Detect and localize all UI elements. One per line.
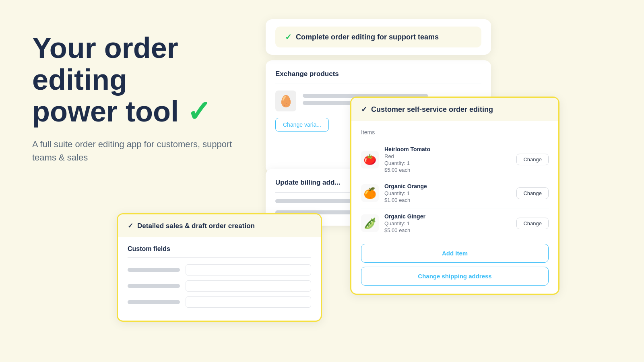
hero-section: Your order editing power tool ✓ A full s… — [32, 32, 258, 164]
orange-quantity: Quantity: 1 — [384, 190, 511, 196]
field-input-3[interactable] — [186, 296, 311, 308]
orange-name: Organic Orange — [384, 183, 511, 189]
field-label-2 — [128, 284, 180, 288]
change-shipping-button[interactable]: Change shipping address — [361, 267, 549, 286]
tomato-quantity: Quantity: 1 — [384, 160, 511, 166]
tomato-name: Heirloom Tomato — [384, 146, 511, 152]
self-service-header: ✓ Customer self-service order editing — [351, 98, 558, 121]
field-input-2[interactable] — [186, 280, 311, 292]
tomato-price: $5.00 each — [384, 167, 511, 173]
product-row-orange: 🍊 Organic Orange Quantity: 1 $1.00 each … — [361, 178, 549, 208]
fields-rows — [128, 264, 311, 308]
exchange-divider — [275, 84, 481, 84]
card-self-service: ✓ Customer self-service order editing It… — [350, 97, 559, 295]
product-row-ginger: 🫛 Organic Ginger Quantity: 1 $5.00 each … — [361, 208, 549, 238]
check-icon: ✓ — [285, 32, 292, 42]
field-label-3 — [128, 300, 180, 304]
orange-info: Organic Orange Quantity: 1 $1.00 each — [384, 183, 511, 203]
hero-subtitle: A full suite order editing app for custo… — [32, 138, 258, 164]
field-row-2 — [128, 280, 311, 292]
hero-title: Your order editing power tool ✓ — [32, 32, 258, 128]
ginger-quantity: Quantity: 1 — [384, 220, 511, 226]
card-complete-order: ✓ Complete order editing for support tea… — [266, 19, 491, 55]
orange-price: $1.00 each — [384, 197, 511, 203]
field-row-3 — [128, 296, 311, 308]
orange-image: 🍊 — [361, 184, 379, 202]
tomato-variant: Red — [384, 153, 511, 159]
custom-fields-divider — [128, 257, 311, 258]
exchange-product-image: 🥚 — [275, 90, 296, 111]
sales-body: Custom fields — [118, 237, 321, 321]
add-item-button[interactable]: Add Item — [361, 244, 549, 263]
field-label-1 — [128, 268, 180, 272]
sales-check-icon: ✓ — [128, 222, 133, 230]
custom-fields-title: Custom fields — [128, 245, 311, 253]
change-variant-button[interactable]: Change varia... — [275, 118, 329, 132]
product-row-tomato: 🍅 Heirloom Tomato Red Quantity: 1 $5.00 … — [361, 141, 549, 178]
exchange-title: Exchange products — [275, 70, 481, 78]
field-row-1 — [128, 264, 311, 276]
field-input-1[interactable] — [186, 264, 311, 276]
complete-order-badge: ✓ Complete order editing for support tea… — [275, 27, 481, 47]
tomato-image: 🍅 — [361, 151, 379, 169]
ginger-info: Organic Ginger Quantity: 1 $5.00 each — [384, 213, 511, 233]
change-ginger-button[interactable]: Change — [516, 218, 549, 229]
card-sales: ✓ Detailed sales & draft order creation … — [117, 213, 322, 322]
ginger-image: 🫛 — [361, 214, 379, 232]
self-service-check-icon: ✓ — [361, 105, 367, 114]
tomato-info: Heirloom Tomato Red Quantity: 1 $5.00 ea… — [384, 146, 511, 173]
change-tomato-button[interactable]: Change — [516, 154, 549, 165]
ginger-name: Organic Ginger — [384, 213, 511, 220]
items-label: Items — [361, 129, 549, 136]
ginger-price: $5.00 each — [384, 227, 511, 233]
hero-checkmark: ✓ — [187, 96, 211, 128]
self-service-body: Items 🍅 Heirloom Tomato Red Quantity: 1 … — [351, 121, 558, 294]
sales-header: ✓ Detailed sales & draft order creation — [118, 214, 321, 237]
change-orange-button[interactable]: Change — [516, 187, 549, 199]
